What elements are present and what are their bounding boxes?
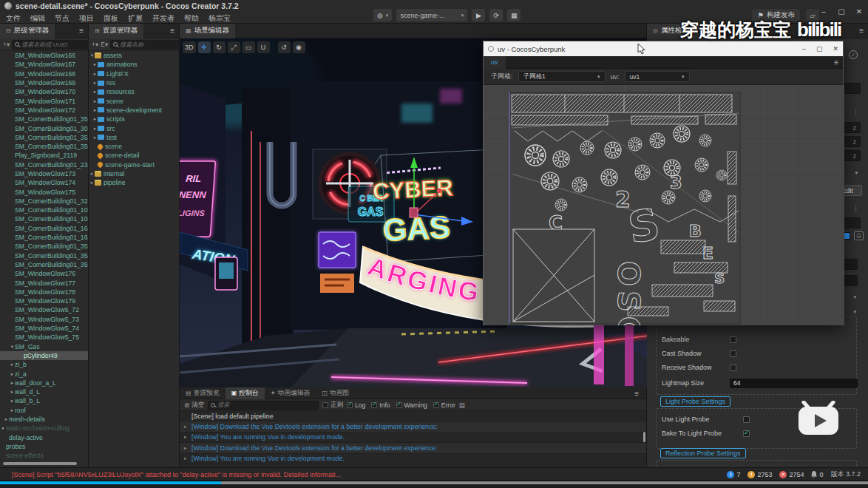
scene-tool-button[interactable]: ↺ bbox=[278, 41, 291, 53]
hierarchy-tab[interactable]: ⊟层级管理器 bbox=[0, 24, 55, 38]
log-expand-arrow[interactable]: ▸ bbox=[184, 424, 191, 430]
hierarchy-tree-item[interactable]: ▸ wall_door_a_L bbox=[0, 379, 88, 387]
hierarchy-tree-item[interactable]: SM_WindowGlow173 bbox=[0, 169, 88, 178]
expand-arrow-icon[interactable]: ▸ bbox=[92, 116, 98, 122]
hierarchy-tree-item[interactable]: ▸ zi_b bbox=[0, 360, 88, 369]
clear-console-button[interactable]: ⊘清空 bbox=[184, 401, 204, 410]
hierarchy-tree-item[interactable]: delay-active bbox=[0, 433, 88, 441]
uv-tab[interactable]: uv bbox=[484, 56, 506, 69]
hierarchy-tree-item[interactable]: SM_CornerBuilding01_1647 bbox=[0, 233, 88, 242]
notification-counter[interactable]: 0 bbox=[811, 471, 823, 478]
regex-checkbox[interactable]: 正则 bbox=[322, 401, 343, 410]
hierarchy-tree-item[interactable]: probes bbox=[0, 442, 88, 451]
hierarchy-tree-item[interactable]: ▸ zi_a bbox=[0, 369, 88, 378]
hierarchy-tree-item[interactable]: SM_CornerBuilding01_32 bbox=[0, 197, 88, 206]
menu-item[interactable]: 开发者 bbox=[152, 13, 174, 24]
create-node-button[interactable]: +▾ bbox=[3, 41, 10, 48]
hierarchy-tree-item[interactable]: SM_WindowGlow168 bbox=[0, 70, 88, 78]
log-file-icon[interactable]: ▤ bbox=[459, 401, 465, 409]
expand-arrow-icon[interactable]: ▸ bbox=[10, 389, 15, 395]
property-checkbox[interactable] bbox=[730, 336, 736, 343]
asset-tree-item[interactable]: ▸ pipeline bbox=[89, 178, 179, 187]
hierarchy-tree-item[interactable]: Play_Signboard_2119 bbox=[0, 151, 88, 160]
menu-item[interactable]: 节点 bbox=[55, 13, 69, 24]
log-filter-checkbox[interactable]: Error bbox=[433, 401, 455, 409]
expand-arrow-icon[interactable]: ▾ bbox=[10, 344, 15, 350]
expand-arrow-icon[interactable]: ▸ bbox=[89, 180, 95, 186]
reflection-probe-settings-header[interactable]: Reflection Probe Settings bbox=[660, 448, 746, 458]
build-publish-button[interactable]: ⚑构建发布 bbox=[752, 9, 800, 21]
component-options-icon[interactable]: ⋮ bbox=[852, 108, 859, 115]
uv-minimize-button[interactable]: – bbox=[802, 45, 806, 52]
console-tab[interactable]: ◫ 动画图 bbox=[316, 387, 355, 399]
hierarchy-tree-item[interactable]: SM_CornerBuilding01_359 bbox=[0, 260, 88, 269]
menu-item[interactable]: 项目 bbox=[79, 13, 94, 24]
hierarchy-tree-item[interactable]: SM_WindowGlow167 bbox=[0, 60, 88, 69]
hierarchy-tree-item[interactable]: pCylinder49 bbox=[0, 351, 88, 360]
expand-arrow-icon[interactable]: ▸ bbox=[92, 61, 98, 67]
console-search-input[interactable] bbox=[217, 401, 316, 408]
console-scrollbar[interactable] bbox=[643, 432, 645, 442]
hierarchy-tree-item[interactable]: SM_WindowGlow171 bbox=[0, 96, 88, 105]
expand-arrow-icon[interactable]: ▸ bbox=[92, 80, 98, 86]
assets-tab[interactable]: ⊞资源管理器 bbox=[89, 24, 143, 38]
uv-canvas[interactable]: C 3 2 S OSC3 B E S bbox=[484, 85, 844, 325]
console-tab[interactable]: ✦ 动画编辑器 bbox=[265, 387, 316, 399]
light-probe-settings-header[interactable]: Light Probe Settings bbox=[660, 396, 730, 407]
hierarchy-tree-item[interactable]: SM_CornerBuilding01_356 bbox=[0, 142, 88, 151]
color-picker-icon[interactable]: ◲ bbox=[854, 231, 864, 240]
expand-arrow-icon[interactable]: ▸ bbox=[4, 416, 9, 422]
asset-tree-item[interactable]: ▸ test bbox=[89, 133, 179, 142]
hierarchy-tree-item[interactable]: SM_CornerBuilding01_353 bbox=[0, 133, 88, 142]
property-checkbox[interactable] bbox=[730, 365, 736, 371]
expand-arrow-icon[interactable]: ▸ bbox=[92, 126, 98, 132]
open-folder-button[interactable]: ▱ bbox=[806, 9, 819, 21]
uv-window[interactable]: uv - CocosCyberpunk – ▢ ✕ uv ≡ 子网格: 子网格1… bbox=[483, 41, 844, 325]
expand-arrow-icon[interactable]: ▸ bbox=[92, 71, 98, 77]
asset-tree-item[interactable]: scene bbox=[89, 142, 179, 151]
console-log-row[interactable]: ▸ [Window] You are running Vue in develo… bbox=[180, 454, 646, 464]
menu-item[interactable]: 帮助 bbox=[184, 13, 199, 24]
console-tab[interactable]: ▤ 资源预览 bbox=[180, 387, 226, 399]
scene-tool-button[interactable]: 3D bbox=[183, 41, 196, 53]
play-button[interactable]: ▶ bbox=[472, 9, 485, 21]
dropdown-chevron-icon[interactable]: ▾ bbox=[853, 309, 856, 315]
asset-tree-item[interactable]: ▸ scene bbox=[89, 96, 179, 105]
hierarchy-tree-item[interactable]: SM_WindowGlow172 bbox=[0, 106, 88, 115]
uv-close-button[interactable]: ✕ bbox=[833, 45, 838, 52]
info-counter[interactable]: i7 bbox=[727, 471, 740, 478]
hierarchy-tree-item[interactable]: SM_WindowGlow5_74 bbox=[0, 324, 88, 333]
warning-counter[interactable]: !2753 bbox=[747, 471, 772, 478]
log-expand-arrow[interactable]: ▸ bbox=[184, 455, 191, 461]
property-checkbox[interactable] bbox=[743, 416, 750, 423]
uv-maximize-button[interactable]: ▢ bbox=[816, 45, 823, 52]
hierarchy-tree-item[interactable]: SM_CornerBuilding01_30 bbox=[0, 123, 88, 132]
create-asset-button[interactable]: +▾ bbox=[92, 41, 98, 48]
section-collapse-icon[interactable]: ▾ bbox=[855, 170, 858, 176]
error-counter[interactable]: ✕2754 bbox=[779, 471, 804, 478]
video-progress-bar[interactable] bbox=[0, 481, 868, 484]
scene-tool-button[interactable]: ▭ bbox=[243, 41, 255, 53]
sort-assets-button[interactable]: E▾ bbox=[101, 41, 108, 48]
asset-tree-item[interactable]: ▸ resources bbox=[89, 87, 179, 96]
hierarchy-tree-item[interactable]: ▸ roof bbox=[0, 406, 88, 415]
hierarchy-tree-item[interactable]: SM_CornerBuilding01_234 bbox=[0, 160, 88, 169]
hierarchy-tree-item[interactable]: SM_CornerBuilding01_1063 bbox=[0, 206, 88, 214]
menu-item[interactable]: 编辑 bbox=[30, 13, 45, 24]
log-filter-checkbox[interactable]: Info bbox=[371, 401, 390, 409]
hierarchy-tree-item[interactable]: SM_CornerBuilding01_358 bbox=[0, 251, 88, 260]
asset-tree-item[interactable]: ▸ LightFX bbox=[89, 70, 179, 78]
uv-menu-icon[interactable]: ≡ bbox=[834, 58, 843, 67]
scene-tool-button[interactable]: ✛ bbox=[198, 41, 211, 53]
property-checkbox[interactable] bbox=[730, 350, 736, 357]
asset-tree-item[interactable]: ▸ internal bbox=[89, 169, 179, 178]
node-active-check-icon[interactable]: ✓ bbox=[849, 50, 858, 59]
log-expand-arrow[interactable]: ▸ bbox=[184, 434, 191, 440]
submesh-select[interactable]: 子网格1▾ bbox=[518, 71, 606, 82]
menu-item[interactable]: 杨宗宝 bbox=[208, 13, 231, 24]
component-options-icon[interactable]: ⋮ bbox=[852, 204, 859, 211]
close-button[interactable]: ✕ bbox=[855, 7, 864, 16]
bilibili-play-icon[interactable] bbox=[797, 401, 840, 439]
expand-arrow-icon[interactable]: ▸ bbox=[10, 380, 15, 386]
expand-arrow-icon[interactable]: ▸ bbox=[92, 135, 98, 140]
